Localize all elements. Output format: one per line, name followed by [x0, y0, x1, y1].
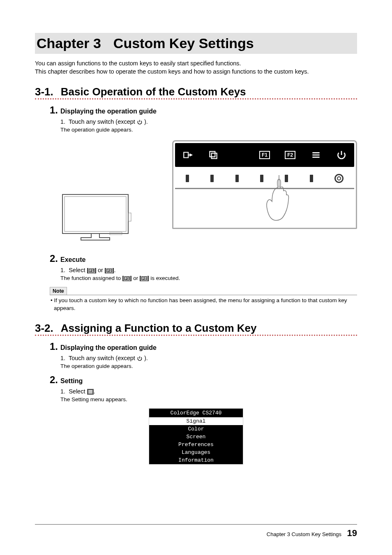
section-num: 3-1. [35, 86, 53, 98]
svg-rect-1 [65, 197, 126, 231]
section-num: 3-2. [35, 322, 53, 335]
s2-step2-sub: 1. Select . [60, 388, 357, 395]
f2-key-icon: F2 [105, 268, 114, 273]
page-number: 19 [347, 528, 357, 538]
step-title: Displaying the operation guide [60, 108, 157, 115]
osd-switch [186, 175, 189, 182]
s2-step-1: 1. Displaying the operation guide [50, 341, 357, 352]
intro-line-2: This chapter describes how to operate th… [35, 68, 357, 76]
step-title: Setting [60, 377, 83, 385]
s2-step2-result: The Setting menu appears. [60, 396, 357, 402]
section-3-1-head: 3-1.Basic Operation of the Custom Keys [35, 86, 357, 99]
osd-switch [260, 175, 263, 182]
s1-step-1: 1. Displaying the operation guide [50, 104, 357, 116]
setting-menu: ColorEdge CS2740 Signal Color Screen Pre… [149, 408, 243, 465]
chapter-name: Custom Key Settings [113, 35, 254, 51]
s1-step-2: 2. Execute [50, 253, 357, 264]
s1-step2-result: The function assigned to F1 or F2 is exe… [60, 275, 357, 281]
footer-chapter: Chapter 3 Custom Key Settings [267, 531, 341, 537]
section-title: Assigning a Function to a Custom Key [61, 322, 257, 335]
note-block: Note • If you touch a custom key to whic… [50, 287, 357, 312]
signal-icon [182, 150, 193, 160]
menu-item: Color [149, 425, 243, 433]
osd-switch [310, 175, 313, 182]
osd-icon-row: F1 F2 [175, 143, 354, 167]
f1-key-icon: F1 [87, 268, 97, 273]
osd-switch [210, 175, 214, 182]
menu-item: Information [149, 456, 243, 464]
s2-step-2: 2. Setting [50, 374, 357, 386]
osd-power-switch [334, 174, 344, 183]
figure-operation-guide: F1 F2 [60, 140, 357, 248]
s1-step1-sub: 1. Touch any switch (except ). [60, 118, 357, 125]
menu-selected: Signal [149, 417, 243, 425]
window-icon [208, 150, 219, 160]
svg-rect-3 [128, 213, 131, 221]
s2-step1-result: The operation guide appears. [60, 363, 357, 369]
note-label: Note [50, 287, 67, 295]
section-3-2-head: 3-2.Assigning a Function to a Custom Key [35, 322, 357, 336]
menu-item: Languages [149, 449, 243, 456]
menu-icon [311, 150, 321, 160]
f1-icon: F1 [259, 151, 270, 159]
f2-icon: F2 [285, 151, 295, 159]
chapter-number: Chapter 3 [37, 35, 101, 51]
s2-step1-sub: 1. Touch any switch (except ). [60, 355, 357, 361]
osd-switch [235, 175, 239, 182]
s1-step1-result: The operation guide appears. [60, 127, 357, 133]
step-title: Displaying the operation guide [60, 344, 157, 352]
power-icon [336, 150, 347, 160]
s1-step2-sub: 1. Select F1 or F2. [60, 267, 357, 273]
f1-key-icon: F1 [122, 276, 132, 281]
page-footer: Chapter 3 Custom Key Settings 19 [35, 524, 357, 539]
intro-line-1: You can assign functions to the custom k… [35, 60, 357, 68]
hand-pointer-icon [265, 175, 293, 224]
f2-key-icon: F2 [140, 276, 149, 281]
note-text: • If you touch a custom key to which no … [50, 297, 357, 312]
power-icon [137, 356, 143, 361]
menu-item: Screen [149, 433, 243, 441]
menu-icon [87, 389, 94, 395]
monitor-illustration [60, 192, 138, 244]
menu-title: ColorEdge CS2740 [149, 409, 243, 417]
svg-rect-0 [62, 194, 128, 234]
menu-item: Preferences [149, 441, 243, 449]
osd-panel: F1 F2 [172, 140, 357, 229]
power-icon [137, 119, 143, 125]
section-title: Basic Operation of the Custom Keys [61, 86, 246, 98]
step-title: Execute [60, 256, 85, 264]
chapter-title: Chapter 3Custom Key Settings [35, 33, 357, 54]
